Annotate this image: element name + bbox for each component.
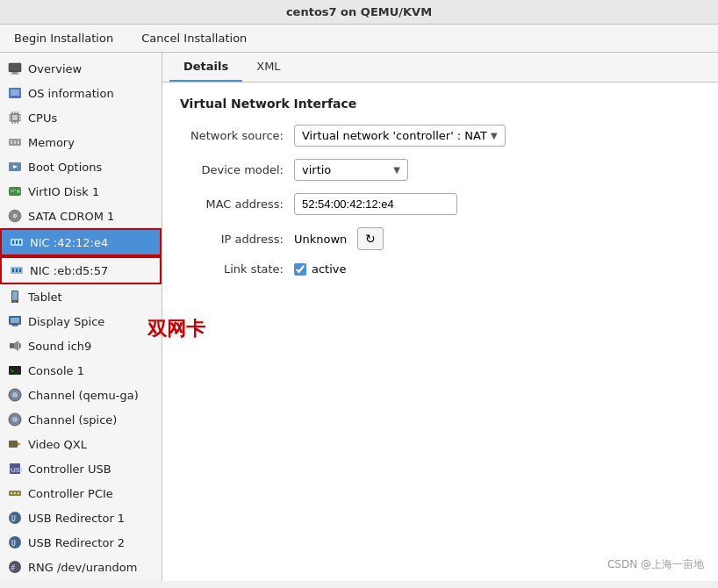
network-source-select[interactable]: Virtual network 'controller' : NAT ▼: [294, 125, 506, 147]
svg-rect-34: [12, 240, 14, 244]
channel-qemu-icon: [7, 387, 23, 403]
cpu-icon: [7, 110, 23, 125]
svg-rect-45: [11, 318, 19, 323]
sidebar-item-tablet[interactable]: Tablet: [0, 284, 162, 309]
sidebar-item-nic-eb[interactable]: NIC :eb:d5:57: [0, 256, 162, 284]
svg-point-55: [12, 417, 18, 422]
sidebar-label-nic42: NIC :42:12:e4: [30, 236, 108, 249]
svg-rect-63: [18, 492, 19, 494]
os-icon: [7, 85, 23, 101]
sidebar-label-sound: Sound ich9: [28, 340, 91, 353]
link-state-checkbox[interactable]: [294, 263, 306, 276]
link-state-control: active: [294, 262, 347, 276]
svg-rect-38: [12, 269, 14, 272]
svg-rect-56: [9, 441, 18, 448]
usb-redir1-icon: U: [7, 510, 23, 526]
svg-rect-27: [11, 190, 16, 190]
content-area: Details XML Virtual Network Interface Ne…: [162, 53, 718, 581]
sidebar-label-ctrl-usb: Controller USB: [28, 463, 111, 476]
sidebar-item-rng[interactable]: # RNG /dev/urandom: [0, 555, 162, 579]
svg-rect-21: [11, 140, 12, 144]
svg-text:U: U: [11, 515, 16, 523]
tab-bar: Details XML: [162, 53, 718, 82]
sidebar-item-memory[interactable]: Memory: [0, 130, 162, 154]
cancel-installation-button[interactable]: Cancel Installation: [134, 28, 254, 48]
sidebar-item-boot[interactable]: Boot Options: [0, 154, 162, 179]
main-layout: Overview OS information CPUs Memory: [0, 53, 718, 581]
device-model-label: Device model:: [180, 163, 294, 176]
svg-rect-40: [19, 269, 21, 272]
titlebar-text: centos7 on QEMU/KVM: [286, 5, 432, 18]
sidebar-item-overview[interactable]: Overview: [0, 56, 162, 81]
sidebar: Overview OS information CPUs Memory: [0, 53, 162, 581]
network-source-value: Virtual network 'controller' : NAT: [302, 129, 487, 142]
svg-rect-46: [12, 325, 18, 326]
sidebar-item-channel-spice[interactable]: Channel (spice): [0, 407, 162, 432]
ip-address-control: Unknown ↻: [294, 227, 384, 250]
sidebar-item-sata-cdrom[interactable]: SATA CDROM 1: [0, 204, 162, 228]
svg-rect-61: [11, 492, 12, 494]
svg-rect-48: [10, 343, 14, 348]
svg-rect-1: [12, 72, 18, 74]
nic-icon: [9, 234, 25, 250]
svg-rect-28: [11, 191, 14, 192]
cdrom-icon: [7, 208, 23, 224]
begin-installation-button[interactable]: Begin Installation: [7, 28, 120, 48]
sidebar-label-tablet: Tablet: [28, 290, 62, 304]
detail-panel: Virtual Network Interface Network source…: [162, 82, 718, 581]
svg-text:U: U: [11, 540, 16, 548]
sidebar-label-virtio: VirtIO Disk 1: [28, 185, 99, 198]
sidebar-label-display: Display Spice: [28, 315, 104, 328]
nic2-icon: [9, 262, 25, 278]
svg-marker-57: [18, 442, 21, 446]
sidebar-label-cdrom: SATA CDROM 1: [28, 210, 114, 223]
svg-rect-5: [12, 97, 18, 97]
sidebar-item-channel-qemu[interactable]: Channel (qemu-ga): [0, 383, 162, 407]
sidebar-item-video-qxl[interactable]: Video QXL: [0, 432, 162, 456]
sidebar-item-nic-42[interactable]: NIC :42:12:e4: [0, 228, 162, 256]
svg-rect-22: [14, 140, 16, 144]
sound-icon: [7, 338, 23, 354]
sidebar-label-boot: Boot Options: [28, 161, 102, 174]
sidebar-label-console: Console 1: [28, 364, 84, 377]
sidebar-item-controller-usb[interactable]: USB Controller USB: [0, 456, 162, 481]
link-state-checkbox-row: active: [294, 262, 347, 276]
usb-redir2-icon: U: [7, 534, 23, 550]
channel-spice-icon: [7, 412, 23, 427]
sidebar-label-channel-qemu: Channel (qemu-ga): [28, 389, 139, 402]
tab-details[interactable]: Details: [169, 53, 242, 82]
sidebar-item-virtio-disk[interactable]: VirtIO Disk 1: [0, 179, 162, 204]
mac-address-control: [294, 193, 457, 215]
link-state-text: active: [312, 262, 347, 276]
sidebar-label-cpus: CPUs: [28, 111, 57, 125]
tab-xml[interactable]: XML: [242, 53, 294, 82]
device-model-select[interactable]: virtio ▼: [294, 159, 408, 181]
display-spice-icon: [7, 313, 23, 329]
sidebar-label-ctrl-pcie: Controller PCIe: [28, 487, 113, 500]
sidebar-item-console[interactable]: >_ Console 1: [0, 358, 162, 383]
sidebar-item-usb-redir-1[interactable]: U USB Redirector 1: [0, 506, 162, 530]
sidebar-item-display-spice[interactable]: Display Spice: [0, 309, 162, 333]
watermark: CSDN @上海一亩地: [607, 557, 704, 572]
network-source-label: Network source:: [180, 129, 294, 142]
sidebar-label-channel-spice: Channel (spice): [28, 413, 117, 427]
sidebar-item-os-information[interactable]: OS information: [0, 81, 162, 105]
boot-icon: [7, 159, 23, 175]
mac-address-input[interactable]: [294, 193, 457, 215]
device-model-arrow: ▼: [393, 165, 400, 175]
svg-rect-2: [11, 74, 19, 75]
titlebar: centos7 on QEMU/KVM: [0, 0, 718, 25]
svg-rect-7: [12, 115, 18, 120]
svg-rect-4: [11, 90, 19, 96]
refresh-ip-button[interactable]: ↻: [357, 227, 384, 250]
sidebar-item-usb-redir-2[interactable]: U USB Redirector 2: [0, 530, 162, 555]
ip-address-row: IP address: Unknown ↻: [180, 227, 700, 250]
sidebar-item-sound[interactable]: Sound ich9: [0, 333, 162, 358]
rng-icon: #: [7, 559, 23, 575]
sidebar-item-cpus[interactable]: CPUs: [0, 105, 162, 130]
menubar: Begin Installation Cancel Installation: [0, 25, 718, 53]
sidebar-label-os: OS information: [28, 87, 114, 100]
controller-usb-icon: USB: [7, 461, 23, 477]
sidebar-item-controller-pcie[interactable]: Controller PCIe: [0, 481, 162, 506]
svg-point-53: [12, 392, 18, 398]
